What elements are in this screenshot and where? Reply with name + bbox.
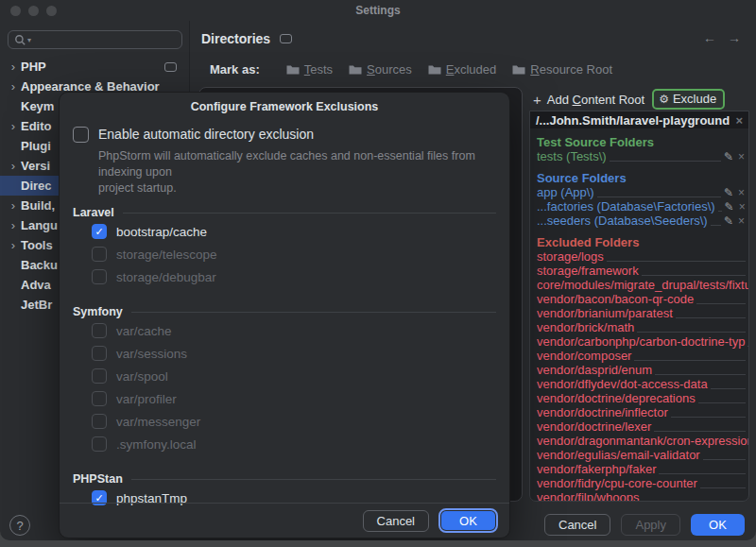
dialog-ok-button[interactable]: OK bbox=[441, 511, 495, 530]
exclusion-option-row[interactable]: storage/debugbar bbox=[92, 265, 496, 288]
remove-folder-icon[interactable]: × bbox=[738, 214, 745, 228]
mark-as-option[interactable]: Sources bbox=[349, 62, 412, 77]
checkbox[interactable] bbox=[92, 346, 107, 361]
sidebar-item[interactable]: › PHP bbox=[0, 57, 188, 77]
add-content-root-button[interactable]: + Add Content Root bbox=[533, 92, 644, 108]
content-root-path: /...John.Smith/laravel-playground bbox=[536, 113, 730, 128]
excluded-folder-row[interactable]: vendor/doctrine/inflector bbox=[537, 405, 748, 419]
exclusion-option-row[interactable]: var/sessions bbox=[92, 342, 496, 365]
plus-icon: + bbox=[533, 92, 541, 108]
chevron-right-icon[interactable]: › bbox=[6, 218, 21, 232]
exclusion-option-row[interactable]: bootstrap/cache bbox=[92, 220, 496, 243]
search-input[interactable]: ▾ bbox=[8, 30, 182, 49]
excluded-folder-row[interactable]: vendor/fakerphp/faker bbox=[537, 462, 748, 476]
chevron-right-icon[interactable]: › bbox=[6, 119, 21, 133]
titlebar: Settings bbox=[0, 0, 756, 21]
folder-icon bbox=[349, 64, 362, 75]
help-button[interactable]: ? bbox=[9, 515, 30, 536]
excluded-folder-row[interactable]: vendor/brick/math bbox=[537, 320, 748, 334]
sidebar-item-label: JetBr bbox=[21, 298, 52, 312]
excluded-folder-row[interactable]: vendor/doctrine/lexer bbox=[537, 419, 748, 434]
exclude-button[interactable]: ⚙ Exclude bbox=[652, 89, 725, 110]
exclusion-option-row[interactable]: var/cache bbox=[92, 319, 496, 342]
apply-button[interactable]: Apply bbox=[621, 514, 680, 536]
sidebar-item-label: Langu bbox=[21, 218, 58, 232]
gear-icon: ⚙ bbox=[659, 93, 669, 106]
checkbox[interactable] bbox=[92, 368, 107, 384]
checkbox[interactable] bbox=[92, 224, 107, 239]
excluded-folder-row[interactable]: vendor/doctrine/deprecations bbox=[537, 391, 748, 405]
sidebar-item-label: Direc bbox=[21, 179, 52, 193]
dialog-title: Configure Framework Exclusions bbox=[60, 93, 509, 115]
enable-auto-exclusion-label: Enable automatic directory exclusion bbox=[98, 127, 314, 142]
laravel-section-header: Laravel bbox=[73, 205, 496, 220]
edit-pencil-icon[interactable]: ✎ bbox=[725, 200, 734, 214]
chevron-right-icon[interactable]: › bbox=[6, 238, 21, 252]
checkbox[interactable] bbox=[92, 414, 107, 429]
content-root-row[interactable]: /...John.Smith/laravel-playground × bbox=[530, 111, 748, 128]
mark-as-option[interactable]: Tests bbox=[286, 62, 333, 77]
checkbox[interactable] bbox=[92, 323, 107, 338]
exclusion-option-row[interactable]: var/profiler bbox=[92, 387, 496, 410]
excluded-folder-row[interactable]: storage/logs bbox=[537, 249, 748, 264]
excluded-folder-row[interactable]: vendor/fidry/cpu-core-counter bbox=[537, 476, 748, 490]
excluded-folder-row[interactable]: vendor/dragonmantank/cron-expression bbox=[537, 434, 748, 448]
excluded-folder-row[interactable]: vendor/composer bbox=[537, 349, 748, 363]
chevron-right-icon[interactable]: › bbox=[6, 198, 21, 213]
forward-arrow-icon[interactable]: → bbox=[728, 30, 741, 45]
sidebar-item-label: PHP bbox=[21, 60, 46, 74]
edit-pencil-icon[interactable]: ✎ bbox=[724, 150, 733, 163]
sidebar-item-label: Edito bbox=[21, 119, 52, 133]
excluded-folder-row[interactable]: vendor/dasprid/enum bbox=[537, 363, 748, 377]
search-history-caret-icon[interactable]: ▾ bbox=[27, 36, 31, 44]
chevron-right-icon[interactable]: › bbox=[6, 60, 21, 74]
folder-icon bbox=[512, 64, 525, 75]
phpstan-section-header: PHPStan bbox=[73, 471, 496, 487]
excluded-folder-row[interactable]: vendor/egulias/email-validator bbox=[537, 448, 748, 462]
mark-as-options: Tests Sources Excluded bbox=[286, 62, 628, 77]
cancel-button[interactable]: Cancel bbox=[544, 514, 610, 536]
back-arrow-icon[interactable]: ← bbox=[703, 30, 716, 45]
chevron-right-icon[interactable]: › bbox=[6, 159, 21, 173]
checkbox[interactable] bbox=[92, 391, 107, 406]
sidebar-item-label: Versi bbox=[21, 159, 50, 173]
remove-folder-icon[interactable]: × bbox=[739, 200, 746, 214]
chevron-right-icon[interactable]: › bbox=[6, 79, 21, 94]
test-source-folders-group: Test Source Folders tests (Tests\) ✎ × bbox=[530, 135, 748, 163]
remove-folder-icon[interactable]: × bbox=[738, 186, 745, 199]
folder-row[interactable]: tests (Tests\) ✎ × bbox=[537, 149, 748, 163]
enable-auto-exclusion-row[interactable]: Enable automatic directory exclusion bbox=[73, 125, 496, 144]
mark-as-option[interactable]: Excluded bbox=[428, 62, 496, 77]
folder-row[interactable]: app (App\) ✎ × bbox=[537, 185, 748, 199]
checkbox[interactable] bbox=[92, 436, 107, 452]
excluded-folder-row[interactable]: core/modules/migrate_drupal/tests/fixtu bbox=[537, 278, 748, 292]
remove-content-root-icon[interactable]: × bbox=[735, 113, 743, 128]
excluded-folder-row[interactable]: storage/framework bbox=[537, 264, 748, 278]
folder-row[interactable]: ...factories (Database\Factories\) ✎ × bbox=[537, 199, 748, 214]
folder-icon bbox=[286, 64, 300, 75]
remove-folder-icon[interactable]: × bbox=[738, 150, 745, 163]
excluded-folder-row[interactable]: vendor/bacon/bacon-qr-code bbox=[537, 292, 748, 306]
excluded-folder-row[interactable]: vendor/filp/whoops bbox=[537, 490, 748, 502]
mark-as-option[interactable]: Resource Root bbox=[512, 62, 612, 77]
folder-row[interactable]: ...seeders (Database\Seeders\) ✎ × bbox=[537, 214, 748, 228]
excluded-folder-row[interactable]: vendor/brianium/paratest bbox=[537, 306, 748, 320]
checkbox[interactable] bbox=[92, 247, 107, 262]
checkbox-unchecked[interactable] bbox=[73, 127, 89, 143]
dialog-cancel-button[interactable]: Cancel bbox=[363, 510, 429, 532]
exclusion-option-row[interactable]: var/messenger bbox=[92, 410, 496, 433]
sidebar-item-label: Build, bbox=[21, 198, 55, 213]
search-icon bbox=[14, 34, 26, 46]
sidebar-item-label: Tools bbox=[21, 238, 53, 252]
exclusion-option-row[interactable]: var/spool bbox=[92, 365, 496, 387]
excluded-folder-row[interactable]: vendor/carbonphp/carbon-doctrine-typ bbox=[537, 334, 748, 349]
exclusion-option-row[interactable]: .symfony.local bbox=[92, 433, 496, 455]
folder-icon bbox=[428, 64, 441, 75]
excluded-folder-row[interactable]: vendor/dflydev/dot-access-data bbox=[537, 377, 748, 391]
exclusion-option-row[interactable]: storage/telescope bbox=[92, 243, 496, 265]
ok-button[interactable]: OK bbox=[691, 514, 745, 536]
sidebar-item-label: Keym bbox=[21, 99, 54, 113]
edit-pencil-icon[interactable]: ✎ bbox=[724, 214, 733, 228]
edit-pencil-icon[interactable]: ✎ bbox=[724, 186, 733, 199]
checkbox[interactable] bbox=[92, 269, 107, 284]
